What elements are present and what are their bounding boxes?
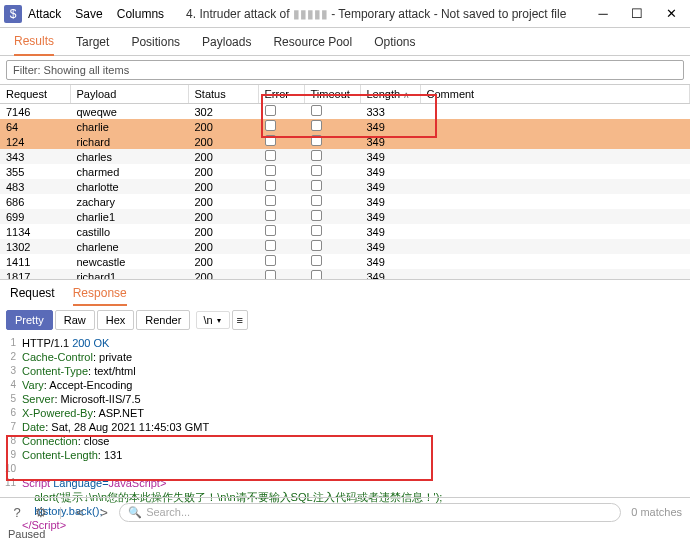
nav-left-icon[interactable]: < [71,503,89,521]
table-row[interactable]: 699charlie1200349 [0,209,690,224]
settings-gear-icon[interactable]: ⚙ [32,503,50,521]
status-text: Paused [0,526,690,541]
tab-request[interactable]: Request [10,286,55,306]
table-row[interactable]: 1817richard1200349 [0,269,690,280]
search-input[interactable]: 🔍Search... [119,503,621,522]
nav-right-icon[interactable]: > [95,503,113,521]
tab-positions[interactable]: Positions [131,35,180,55]
detail-tabs: Request Response [0,280,690,306]
table-row[interactable]: 64charlie200349 [0,119,690,134]
table-row[interactable]: 7146qweqwe302333 [0,104,690,120]
newline-converter[interactable]: \n▾ [196,311,229,329]
tab-results[interactable]: Results [14,34,54,56]
col-length[interactable]: Length [360,85,420,104]
filter-row: Filter: Showing all items [0,56,690,84]
col-error[interactable]: Error [258,85,304,104]
maximize-icon[interactable]: ☐ [622,4,652,24]
table-row[interactable]: 1411newcastle200349 [0,254,690,269]
btn-hamburger-icon[interactable]: ≡ [232,310,248,330]
tab-payloads[interactable]: Payloads [202,35,251,55]
table-row[interactable]: 483charlotte200349 [0,179,690,194]
table-row[interactable]: 1302charlene200349 [0,239,690,254]
btn-raw[interactable]: Raw [55,310,95,330]
match-count: 0 matches [631,506,682,518]
tab-response[interactable]: Response [73,286,127,306]
menubar: Attack Save Columns [28,7,164,21]
tab-options[interactable]: Options [374,35,415,55]
btn-render[interactable]: Render [136,310,190,330]
col-status[interactable]: Status [188,85,258,104]
btn-pretty[interactable]: Pretty [6,310,53,330]
table-row[interactable]: 1134castillo200349 [0,224,690,239]
col-request[interactable]: Request [0,85,70,104]
btn-hex[interactable]: Hex [97,310,135,330]
tab-target[interactable]: Target [76,35,109,55]
menu-save[interactable]: Save [75,7,102,21]
menu-attack[interactable]: Attack [28,7,61,21]
table-row[interactable]: 343charles200349 [0,149,690,164]
titlebar: $ Attack Save Columns 4. Intruder attack… [0,0,690,28]
close-icon[interactable]: ✕ [656,4,686,24]
main-tabs: Results Target Positions Payloads Resour… [0,28,690,56]
col-timeout[interactable]: Timeout [304,85,360,104]
help-icon[interactable]: ? [8,503,26,521]
table-row[interactable]: 124richard200349 [0,134,690,149]
minimize-icon[interactable]: ─ [588,4,618,24]
col-comment[interactable]: Comment [420,85,690,104]
window-title: 4. Intruder attack of ▮▮▮▮▮ - Temporary … [186,7,566,21]
response-toolbar: Pretty Raw Hex Render \n▾ ≡ [0,306,690,334]
filter-input[interactable]: Filter: Showing all items [6,60,684,80]
col-payload[interactable]: Payload [70,85,188,104]
footer: ? ⚙ | < > 🔍Search... 0 matches Paused [0,497,690,541]
table-row[interactable]: 355charmed200349 [0,164,690,179]
app-icon: $ [4,5,22,23]
results-table-wrap: Request Payload Status Error Timeout Len… [0,84,690,280]
tab-resource-pool[interactable]: Resource Pool [273,35,352,55]
results-table: Request Payload Status Error Timeout Len… [0,85,690,280]
table-row[interactable]: 686zachary200349 [0,194,690,209]
menu-columns[interactable]: Columns [117,7,164,21]
